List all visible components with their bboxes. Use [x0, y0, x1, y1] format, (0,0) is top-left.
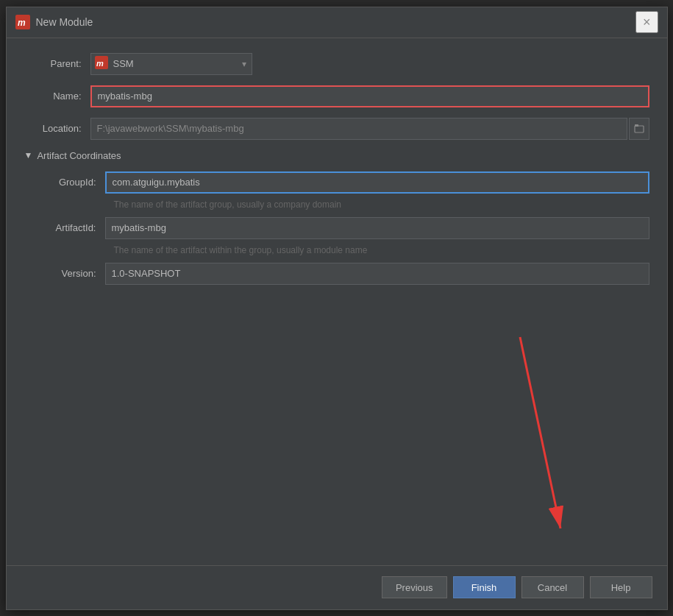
dialog-title: New Module: [36, 16, 635, 28]
artifactid-row: ArtifactId:: [39, 217, 649, 239]
name-row: Name:: [24, 85, 649, 107]
groupid-hint: The name of the artifact group, usually …: [114, 199, 649, 210]
artifactid-input[interactable]: [105, 217, 649, 239]
title-bar: m New Module ×: [7, 7, 667, 38]
browse-button[interactable]: [629, 118, 649, 140]
groupid-label: GroupId:: [39, 177, 105, 188]
artifactid-label: ArtifactId:: [39, 222, 105, 233]
finish-button[interactable]: Finish: [453, 576, 516, 598]
help-button[interactable]: Help: [590, 576, 652, 598]
artifact-section-title: Artifact Coordinates: [37, 150, 121, 161]
close-button[interactable]: ×: [635, 11, 658, 33]
location-row: Location:: [24, 118, 649, 140]
form-content: Parent: m SSM ▾ Name: Location:: [7, 38, 667, 565]
app-icon: m: [15, 15, 30, 29]
previous-button[interactable]: Previous: [382, 576, 447, 598]
svg-text:m: m: [18, 18, 26, 28]
parent-select[interactable]: SSM: [90, 53, 252, 75]
svg-rect-4: [635, 126, 644, 132]
artifactid-hint: The name of the artifact within the grou…: [114, 245, 649, 255]
artifact-section-content: GroupId: The name of the artifact group,…: [24, 171, 649, 285]
section-collapse-icon[interactable]: ▼: [24, 150, 33, 160]
location-label: Location:: [24, 123, 90, 134]
parent-label: Parent:: [24, 58, 90, 69]
location-input[interactable]: [90, 118, 627, 140]
name-input[interactable]: [90, 85, 649, 107]
name-label: Name:: [24, 91, 90, 102]
artifact-section-header: ▼ Artifact Coordinates: [24, 150, 649, 161]
version-label: Version:: [39, 268, 105, 279]
groupid-row: GroupId:: [39, 171, 649, 194]
cancel-button[interactable]: Cancel: [521, 576, 584, 598]
parent-select-wrapper: m SSM ▾: [90, 53, 252, 75]
svg-rect-5: [635, 124, 638, 127]
version-input[interactable]: [105, 263, 649, 285]
groupid-input[interactable]: [105, 171, 649, 194]
version-row: Version:: [39, 263, 649, 285]
dialog-new-module: m New Module × Parent: m SSM ▾: [6, 7, 668, 610]
dialog-footer: Previous Finish Cancel Help: [7, 565, 667, 609]
parent-row: Parent: m SSM ▾: [24, 53, 649, 75]
